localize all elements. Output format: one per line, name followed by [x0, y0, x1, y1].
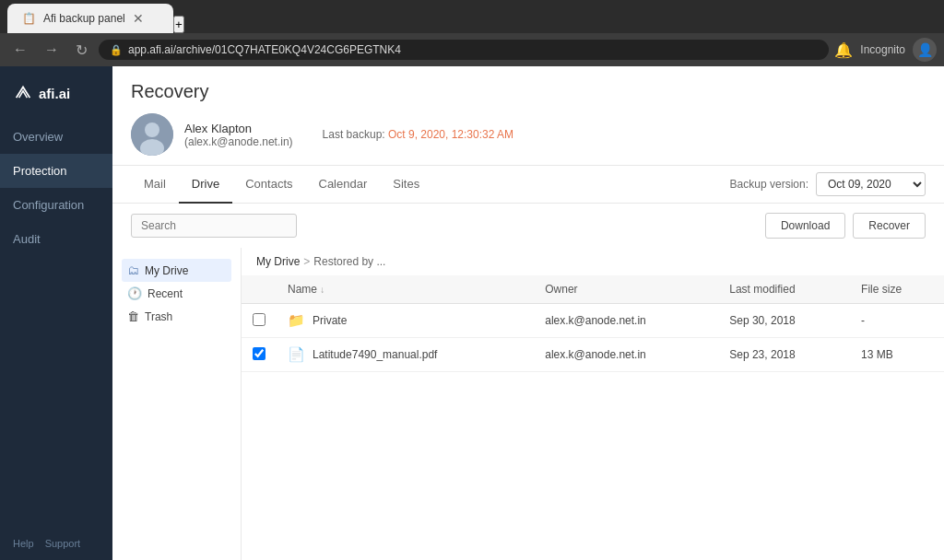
backup-version-label: Backup version: [730, 178, 808, 191]
tree-item-recent[interactable]: 🕐 Recent [122, 282, 231, 305]
forward-button[interactable]: → [39, 38, 65, 62]
row2-name: Latitude7490_manual.pdf [313, 348, 437, 361]
pdf-icon: 📄 [288, 346, 305, 363]
backup-version: Backup version: Oct 09, 2020 Oct 08, 202… [730, 172, 926, 196]
tab-drive[interactable]: Drive [179, 166, 232, 204]
row2-checkbox-cell [242, 338, 277, 372]
page-header: Recovery Alex Klapton (alex.k@anode.net.… [112, 66, 944, 166]
table-header: Name ↓ Owner Last modified File size [242, 275, 944, 304]
backup-version-select[interactable]: Oct 09, 2020 Oct 08, 2020 Oct 07, 2020 [816, 172, 926, 196]
tab-title: Afi backup panel [43, 12, 125, 25]
main-content: Recovery Alex Klapton (alex.k@anode.net.… [112, 66, 944, 560]
row1-owner: alex.k@anode.net.in [534, 304, 718, 338]
tree-item-trash-label: Trash [145, 310, 172, 323]
row1-checkbox-cell [242, 304, 277, 338]
user-info: Alex Klapton (alex.k@anode.net.in) Last … [131, 113, 926, 156]
back-button[interactable]: ← [7, 38, 33, 62]
tree-item-trash[interactable]: 🗑 Trash [122, 305, 231, 328]
svg-point-1 [145, 122, 159, 137]
name-sort-icon: ↓ [320, 285, 324, 295]
tree-item-my-drive-label: My Drive [145, 264, 188, 277]
backup-label: Last backup: [323, 128, 385, 141]
row2-size: 13 MB [850, 338, 944, 372]
recent-icon: 🕐 [127, 286, 142, 300]
row1-name-cell: 📁 Private [277, 304, 534, 338]
user-name: Alex Klapton [184, 122, 293, 135]
sidebar-logo: afi.ai [0, 66, 112, 116]
notification-bell-icon[interactable]: 🔔 [834, 41, 853, 59]
browser-chrome: 📋 Afi backup panel ✕ + ← → ↻ 🔒 app.afi.a… [0, 0, 944, 66]
sidebar-item-overview[interactable]: Overview [0, 120, 112, 154]
row2-checkbox[interactable] [253, 347, 266, 360]
breadcrumb: My Drive > Restored by ... [242, 248, 944, 275]
file-tree: 🗂 My Drive 🕐 Recent 🗑 Trash [112, 248, 242, 560]
sidebar-nav: Overview Protection Configuration Audit [0, 116, 112, 527]
sidebar-item-configuration[interactable]: Configuration [0, 188, 112, 222]
download-button[interactable]: Download [765, 213, 845, 239]
row1-file-name: 📁 Private [288, 312, 523, 329]
tab-mail[interactable]: Mail [131, 166, 179, 204]
breadcrumb-separator: > [303, 255, 310, 268]
avatar [131, 113, 173, 156]
col-name[interactable]: Name ↓ [277, 275, 534, 304]
col-last-modified: Last modified [718, 275, 850, 304]
browser-tabs: 📋 Afi backup panel ✕ + [0, 0, 944, 33]
breadcrumb-restored: Restored by ... [313, 255, 385, 268]
row1-name: Private [313, 314, 347, 327]
address-bar[interactable]: 🔒 app.afi.ai/archive/01CQ7HATE0KQ4V24CG6… [99, 40, 829, 60]
folder-icon: 📁 [288, 312, 305, 329]
row2-modified: Sep 23, 2018 [718, 338, 850, 372]
tab-close-button[interactable]: ✕ [133, 11, 144, 26]
search-input[interactable] [131, 214, 297, 238]
row1-modified: Sep 30, 2018 [718, 304, 850, 338]
sidebar: afi.ai Overview Protection Configuration… [0, 66, 112, 560]
page-title: Recovery [131, 81, 926, 102]
sidebar-item-audit[interactable]: Audit [0, 222, 112, 256]
refresh-button[interactable]: ↻ [70, 38, 93, 63]
logo-icon [13, 83, 33, 103]
col-checkbox [242, 275, 277, 304]
my-drive-icon: 🗂 [127, 263, 139, 277]
tree-item-my-drive[interactable]: 🗂 My Drive [122, 259, 231, 282]
help-link[interactable]: Help [13, 538, 34, 549]
lock-icon: 🔒 [110, 44, 123, 56]
tree-item-recent-label: Recent [148, 287, 183, 300]
tab-contacts[interactable]: Contacts [232, 166, 305, 204]
browser-nav-right: 🔔 Incognito 👤 [834, 38, 937, 62]
row1-size: - [850, 304, 944, 338]
app-container: afi.ai Overview Protection Configuration… [0, 66, 944, 560]
row2-file-name: 📄 Latitude7490_manual.pdf [288, 346, 523, 363]
incognito-label: Incognito [860, 43, 905, 56]
row2-name-cell: 📄 Latitude7490_manual.pdf [277, 338, 534, 372]
file-list: My Drive > Restored by ... Name ↓ Owner [242, 248, 944, 560]
file-browser: 🗂 My Drive 🕐 Recent 🗑 Trash My Drive > R… [112, 248, 944, 560]
profile-avatar[interactable]: 👤 [913, 38, 937, 62]
backup-info: Last backup: Oct 9, 2020, 12:30:32 AM [323, 128, 513, 141]
trash-icon: 🗑 [127, 309, 139, 323]
row2-owner: alex.k@anode.net.in [534, 338, 718, 372]
recover-button[interactable]: Recover [853, 213, 926, 239]
logo-text: afi.ai [39, 86, 70, 101]
col-owner: Owner [534, 275, 718, 304]
tab-sites[interactable]: Sites [380, 166, 432, 204]
row1-checkbox[interactable] [253, 313, 266, 326]
browser-nav: ← → ↻ 🔒 app.afi.ai/archive/01CQ7HATE0KQ4… [0, 33, 944, 66]
sidebar-footer: Help Support [0, 527, 112, 560]
user-details: Alex Klapton (alex.k@anode.net.in) [184, 122, 293, 148]
sidebar-item-protection[interactable]: Protection [0, 154, 112, 188]
table-row: 📁 Private alex.k@anode.net.in Sep 30, 20… [242, 304, 944, 338]
user-email: (alex.k@anode.net.in) [184, 135, 293, 148]
backup-date: Oct 9, 2020, 12:30:32 AM [388, 128, 513, 141]
tab-favicon: 📋 [22, 12, 36, 25]
breadcrumb-my-drive: My Drive [256, 255, 300, 268]
tabs-row: Mail Drive Contacts Calendar Sites Backu… [112, 166, 944, 204]
url-text: app.afi.ai/archive/01CQ7HATE0KQ4V24CG6PE… [128, 43, 401, 56]
col-file-size: File size [850, 275, 944, 304]
table-body: 📁 Private alex.k@anode.net.in Sep 30, 20… [242, 304, 944, 372]
toolbar: Download Recover [112, 204, 944, 248]
table-row: 📄 Latitude7490_manual.pdf alex.k@anode.n… [242, 338, 944, 372]
support-link[interactable]: Support [45, 538, 81, 549]
tab-calendar[interactable]: Calendar [306, 166, 381, 204]
new-tab-button[interactable]: + [173, 16, 184, 33]
active-tab[interactable]: 📋 Afi backup panel ✕ [7, 4, 173, 33]
